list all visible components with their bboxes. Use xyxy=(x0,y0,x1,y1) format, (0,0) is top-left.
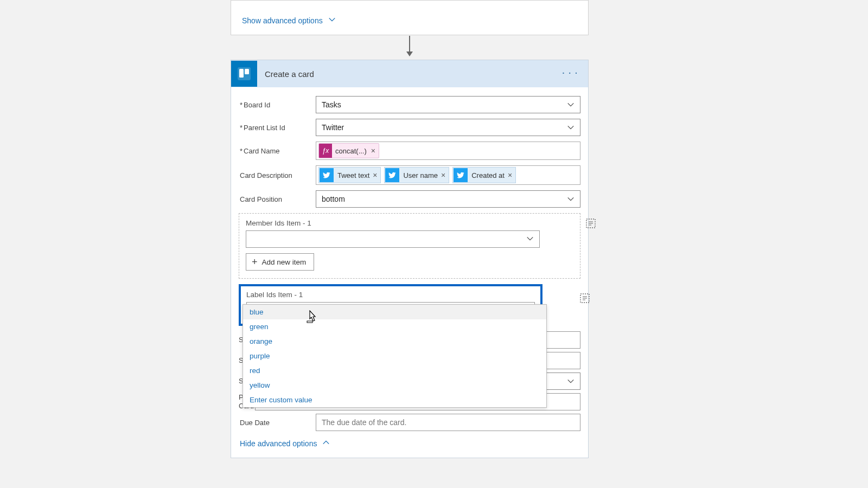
chevron-down-icon xyxy=(567,377,575,387)
dropdown-option-orange[interactable]: orange xyxy=(243,334,546,349)
plus-icon: + xyxy=(252,257,258,267)
label-ids-item-label: Label Ids Item - 1 xyxy=(246,291,535,299)
field-row-board-id: *Board Id Tasks xyxy=(239,96,580,113)
card-position-select[interactable]: bottom xyxy=(316,190,580,208)
field-row-card-position: Card Position bottom xyxy=(239,190,580,208)
card-description-label: Card Description xyxy=(239,171,316,179)
card-header[interactable]: Create a card · · · xyxy=(231,60,588,87)
expression-token[interactable]: ƒx concat(...) × xyxy=(318,143,379,158)
token-text: Tweet text xyxy=(334,171,372,179)
switch-to-input-array-icon[interactable] xyxy=(585,218,596,229)
card-name-label: *Card Name xyxy=(239,147,316,155)
more-menu-icon[interactable]: · · · xyxy=(563,69,578,78)
field-row-parent-list-id: *Parent List Id Twitter xyxy=(239,119,580,136)
token-text: Created at xyxy=(468,171,507,179)
label-ids-dropdown: blue green orange purple red yellow Ente… xyxy=(242,304,547,408)
fx-icon: ƒx xyxy=(319,144,332,158)
flow-arrow-icon xyxy=(409,36,410,52)
parent-list-id-select[interactable]: Twitter xyxy=(316,119,580,136)
svg-rect-1 xyxy=(239,69,244,78)
chevron-down-icon xyxy=(567,195,575,204)
token-remove-icon[interactable]: × xyxy=(440,171,449,179)
dropdown-option-purple[interactable]: purple xyxy=(243,349,546,363)
add-new-item-button[interactable]: + Add new item xyxy=(246,253,314,271)
member-ids-item-label: Member Ids Item - 1 xyxy=(246,219,573,227)
dropdown-option-blue[interactable]: blue xyxy=(243,305,546,319)
field-row-card-description: Card Description Tweet text × Use xyxy=(239,165,580,185)
card-description-input[interactable]: Tweet text × User name × C xyxy=(316,165,580,185)
show-advanced-label: Show advanced options xyxy=(242,16,323,25)
due-date-input[interactable]: The due date of the card. xyxy=(316,414,580,431)
parent-list-id-label: *Parent List Id xyxy=(239,124,316,132)
dynamic-token-user-name[interactable]: User name × xyxy=(384,167,449,183)
card-position-label: Card Position xyxy=(239,195,316,203)
member-ids-array: Member Ids Item - 1 + Add new item xyxy=(239,213,580,279)
board-id-value: Tasks xyxy=(322,100,341,109)
due-date-placeholder: The due date of the card. xyxy=(322,418,406,427)
token-remove-icon[interactable]: × xyxy=(507,171,515,179)
show-advanced-options-link[interactable]: Show advanced options xyxy=(242,16,336,25)
twitter-icon xyxy=(454,168,468,182)
chevron-down-icon xyxy=(526,235,534,244)
twitter-icon xyxy=(320,168,334,182)
switch-to-input-array-icon[interactable] xyxy=(579,293,590,304)
dropdown-option-custom[interactable]: Enter custom value xyxy=(243,393,546,407)
chevron-up-icon xyxy=(322,439,330,448)
trello-icon xyxy=(231,61,257,87)
board-id-label: *Board Id xyxy=(239,101,316,109)
member-ids-item-select[interactable] xyxy=(246,230,540,248)
previous-action-card: Show advanced options xyxy=(231,0,589,35)
svg-rect-2 xyxy=(245,69,249,74)
token-remove-icon[interactable]: × xyxy=(372,171,380,179)
due-date-label: Due Date xyxy=(239,419,316,427)
parent-list-id-value: Twitter xyxy=(322,123,344,132)
card-title: Create a card xyxy=(265,69,314,79)
field-row-card-name: *Card Name ƒx concat(...) × xyxy=(239,142,580,160)
chevron-down-icon xyxy=(567,124,575,133)
add-new-item-label: Add new item xyxy=(262,258,307,266)
dropdown-option-red[interactable]: red xyxy=(243,363,546,378)
card-name-input[interactable]: ƒx concat(...) × xyxy=(316,142,580,160)
hide-advanced-label: Hide advanced options xyxy=(240,439,317,448)
token-text: User name xyxy=(400,171,440,179)
chevron-down-icon xyxy=(328,16,336,25)
field-row-due-date: Due Date The due date of the card. xyxy=(239,414,580,431)
dropdown-option-yellow[interactable]: yellow xyxy=(243,378,546,393)
expression-token-text: concat(...) xyxy=(332,147,370,155)
token-remove-icon[interactable]: × xyxy=(370,146,379,155)
board-id-select[interactable]: Tasks xyxy=(316,96,580,113)
dynamic-token-created-at[interactable]: Created at × xyxy=(452,167,516,183)
hide-advanced-options-link[interactable]: Hide advanced options xyxy=(239,439,580,448)
dropdown-option-green[interactable]: green xyxy=(243,319,546,334)
dynamic-token-tweet-text[interactable]: Tweet text × xyxy=(318,167,381,183)
chevron-down-icon xyxy=(567,101,575,110)
twitter-icon xyxy=(385,168,399,182)
card-position-value: bottom xyxy=(322,195,345,203)
